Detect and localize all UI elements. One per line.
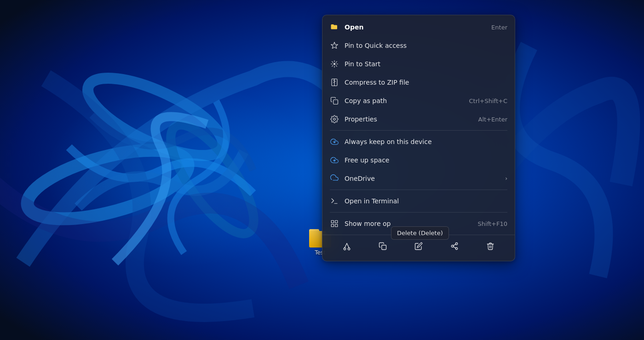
svg-point-4 — [46, 83, 322, 267]
toolbar-share-button[interactable] — [437, 238, 472, 254]
svg-point-12 — [334, 118, 336, 121]
menu-label-copy-path: Copy as path — [345, 97, 463, 104]
svg-rect-19 — [335, 225, 338, 227]
context-menu: Open Enter Pin to Quick access Pin to St… — [322, 15, 515, 261]
menu-label-open: Open — [345, 23, 486, 31]
toolbar-copy-button[interactable] — [366, 238, 400, 254]
show-more-icon — [330, 219, 339, 228]
toolbar-row — [322, 235, 515, 258]
onedrive-icon — [330, 174, 339, 183]
menu-shortcut-show-more: Shift+F10 — [478, 220, 507, 227]
svg-line-28 — [453, 247, 455, 248]
menu-item-pin-start[interactable]: Pin to Start — [322, 55, 515, 73]
menu-shortcut-properties: Alt+Enter — [478, 116, 507, 123]
separator-3 — [330, 212, 507, 213]
svg-point-21 — [348, 248, 350, 250]
menu-label-pin-quick: Pin to Quick access — [345, 42, 507, 49]
svg-line-29 — [453, 244, 455, 246]
terminal-icon — [330, 196, 339, 206]
svg-rect-11 — [334, 100, 338, 104]
menu-label-show-more: Show more op — [345, 220, 472, 227]
cloud-free-icon — [330, 156, 339, 165]
menu-item-open-terminal[interactable]: Open in Terminal — [322, 192, 515, 210]
menu-item-show-more[interactable]: Show more op Shift+F10 — [322, 214, 515, 233]
menu-item-pin-quick[interactable]: Pin to Quick access — [322, 36, 515, 55]
menu-item-compress-zip[interactable]: Compress to ZIP file — [322, 73, 515, 92]
toolbar-rename-button[interactable] — [402, 238, 436, 254]
svg-line-23 — [347, 243, 349, 248]
menu-item-free-space[interactable]: Free up space — [322, 151, 515, 169]
svg-rect-24 — [382, 245, 386, 250]
svg-rect-17 — [335, 220, 338, 223]
svg-point-20 — [344, 248, 346, 250]
svg-point-5 — [334, 63, 336, 65]
onedrive-submenu-chevron: › — [505, 175, 507, 182]
svg-line-22 — [345, 243, 347, 248]
menu-label-always-keep: Always keep on this device — [345, 138, 507, 145]
menu-item-copy-path[interactable]: Copy as path Ctrl+Shift+C — [322, 92, 515, 110]
menu-label-terminal: Open in Terminal — [345, 197, 507, 205]
cloud-keep-icon — [330, 137, 339, 146]
pin-quick-icon — [330, 41, 339, 50]
zip-icon — [330, 78, 339, 87]
menu-item-properties[interactable]: Properties Alt+Enter — [322, 110, 515, 128]
menu-item-always-keep[interactable]: Always keep on this device — [322, 133, 515, 151]
menu-item-open[interactable]: Open Enter — [322, 18, 515, 36]
menu-label-free-space: Free up space — [345, 156, 507, 164]
folder-open-icon — [330, 23, 339, 32]
pin-start-icon — [330, 59, 339, 69]
properties-icon — [330, 115, 339, 124]
menu-shortcut-copy-path: Ctrl+Shift+C — [469, 98, 507, 104]
separator-1 — [330, 130, 507, 131]
toolbar-delete-button[interactable] — [473, 238, 507, 254]
svg-rect-16 — [331, 220, 334, 223]
toolbar-cut-button[interactable] — [330, 238, 364, 254]
menu-item-onedrive[interactable]: OneDrive › — [322, 169, 515, 188]
svg-rect-18 — [331, 225, 334, 227]
separator-2 — [330, 190, 507, 190]
menu-shortcut-open: Enter — [491, 24, 507, 31]
menu-label-onedrive: OneDrive — [345, 175, 498, 182]
copy-path-icon — [330, 96, 339, 105]
menu-label-properties: Properties — [345, 115, 473, 123]
menu-label-compress: Compress to ZIP file — [345, 79, 507, 86]
menu-label-pin-start: Pin to Start — [345, 60, 507, 68]
